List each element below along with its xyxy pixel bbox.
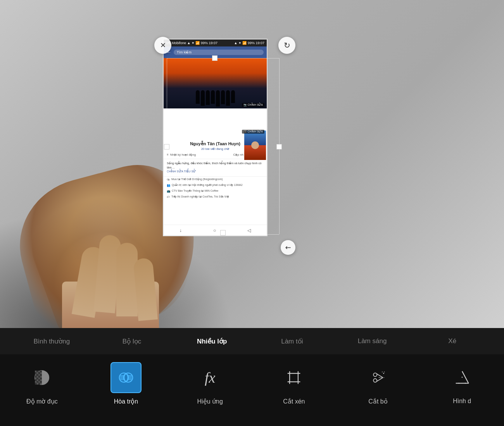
svg-line-59 — [376, 378, 383, 381]
filter-bar: Bình thường Bộ lọc Nhiều lớp Làm tối Làm… — [0, 328, 504, 354]
crop-label: Cắt xén — [283, 398, 305, 405]
tag-icon: 🏷 — [167, 195, 170, 199]
status-icons: ▲ ✦ 📶 99% 19:07 — [234, 41, 264, 45]
svg-rect-26 — [35, 381, 37, 383]
info-text-4: Tiếp thị Doanh nghiệp tại CoolTea, Trà S… — [171, 195, 229, 198]
crop-icon — [286, 370, 302, 385]
svg-line-58 — [376, 374, 383, 378]
svg-point-61 — [383, 373, 384, 374]
info-item-3: 📺 CTV Bán Truyền Thông tại MIN Coffee — [164, 188, 267, 194]
close-button[interactable]: ✕ — [154, 37, 171, 54]
svg-rect-22 — [35, 380, 37, 381]
svg-rect-3 — [37, 371, 39, 373]
svg-rect-9 — [40, 372, 42, 374]
nav-recent: ◁ — [247, 228, 251, 233]
svg-rect-19 — [37, 378, 39, 380]
info-text-3: CTV Bán Truyền Thông tại MIN Coffee — [172, 189, 218, 192]
svg-rect-31 — [37, 383, 39, 385]
blend-icon-wrap — [110, 362, 142, 393]
tool-fx[interactable]: fx Hiệu ứng — [168, 362, 252, 409]
rotate-button[interactable]: ↻ — [278, 37, 295, 54]
cutout-icon — [370, 370, 386, 385]
crop-handle-right-center[interactable] — [276, 144, 282, 149]
info-item-4: 🏷 Tiếp thị Doanh nghiệp tại CoolTea, Trà… — [164, 194, 267, 200]
svg-rect-24 — [38, 380, 40, 381]
svg-rect-30 — [35, 383, 37, 385]
info-text-2: Quản trị viên tại Hội những người phát c… — [172, 184, 243, 187]
profile-pic — [243, 130, 267, 161]
svg-rect-20 — [38, 378, 40, 380]
phone-nav-bar: ↓ ○ ◁ — [164, 225, 267, 235]
filter-xe[interactable]: Xé — [412, 334, 492, 348]
filter-boloc-label: Bộ lọc — [123, 338, 141, 345]
nav-home: ○ — [213, 228, 216, 233]
svg-rect-33 — [40, 383, 42, 385]
svg-rect-47 — [290, 373, 298, 382]
crop-handle-bottom-center[interactable] — [220, 230, 226, 235]
chinh-sua-badge-2: 🎬 CHỈNH SỬA — [242, 130, 264, 134]
filter-boloc[interactable]: Bộ lọc — [92, 334, 172, 349]
filter-lamsang-label: Làm sáng — [358, 337, 387, 345]
svg-rect-16 — [38, 376, 40, 378]
search-placeholder: Tìm kiếm — [177, 50, 192, 54]
svg-rect-18 — [35, 378, 37, 380]
filter-nhieulop[interactable]: Nhiều lớp — [172, 334, 252, 349]
crop-line-top — [167, 58, 279, 58]
crop-handle-top-center[interactable] — [212, 55, 217, 61]
nav-back: ↓ — [180, 228, 182, 233]
svg-rect-27 — [37, 381, 39, 383]
filter-lamtoi[interactable]: Làm tối — [252, 334, 332, 349]
filter-normal[interactable]: Bình thường — [12, 334, 92, 349]
tool-blend[interactable]: Hòa trộn — [84, 362, 168, 409]
filter-lamsang[interactable]: Làm sáng — [332, 334, 413, 348]
svg-rect-14 — [35, 376, 37, 378]
fx-icon-wrap: fx — [195, 362, 226, 393]
close-icon: ✕ — [160, 41, 166, 50]
info-item-1: 🛍 Mua tại Thế Giới Di Động (thegioidingc… — [164, 177, 267, 182]
filter-xe-label: Xé — [448, 337, 456, 345]
tool-crop[interactable]: Cắt xén — [252, 362, 336, 409]
scale-button[interactable]: ↙ — [281, 240, 295, 255]
rotate-icon: ↻ — [284, 41, 290, 50]
tools-bar: Độ mờ đục — [0, 354, 504, 426]
chinh-sua-tieu-su: CHỈNH SỬA TIỂU SỬ — [167, 170, 264, 174]
shop-icon: 🛍 — [167, 178, 170, 181]
tool-cutout[interactable]: Cắt bỏ — [336, 362, 420, 409]
activity-log: Nhật ký hoạt động — [170, 153, 196, 156]
svg-point-57 — [373, 379, 377, 382]
opacity-label: Độ mờ đục — [26, 398, 58, 405]
head — [251, 141, 259, 149]
svg-point-56 — [373, 373, 377, 376]
cutout-icon-wrap — [362, 362, 394, 393]
svg-rect-2 — [35, 371, 37, 373]
bio-text: Sống ngẫu hứng, đều khóc thầm, thích hổn… — [167, 161, 264, 170]
blend-label: Hòa trộn — [114, 398, 138, 405]
svg-rect-15 — [37, 376, 39, 378]
profile-pic-wrap — [164, 93, 267, 124]
svg-point-64 — [458, 383, 459, 384]
svg-rect-6 — [35, 372, 37, 374]
canvas-area: VN Mobifone ▲ ✦ 📶 99% 19:07 ▲ ✦ 📶 99% 19… — [0, 0, 504, 328]
app-container: VN Mobifone ▲ ✦ 📶 99% 19:07 ▲ ✦ 📶 99% 19… — [0, 0, 504, 426]
tv-icon: 📺 — [167, 189, 170, 193]
status-carrier: VN Mobifone ▲ ✦ 📶 99% 19:07 — [166, 41, 217, 45]
svg-rect-12 — [38, 374, 40, 376]
svg-rect-32 — [38, 383, 40, 385]
svg-rect-28 — [38, 381, 40, 383]
svg-point-36 — [124, 374, 128, 381]
svg-rect-13 — [40, 374, 42, 376]
cutout-label: Cắt bỏ — [368, 398, 387, 405]
phone-status-bar: VN Mobifone ▲ ✦ 📶 99% 19:07 ▲ ✦ 📶 99% 19… — [164, 40, 267, 46]
profile-section: 🎬 CHỈNH SỬA — [164, 93, 267, 124]
opacity-icon — [34, 370, 50, 385]
svg-point-63 — [384, 372, 385, 373]
crop-handle-left-center[interactable] — [164, 144, 169, 149]
tool-opacity[interactable]: Độ mờ đục — [0, 362, 84, 409]
svg-rect-5 — [40, 371, 42, 373]
filter-normal-label: Bình thường — [33, 338, 70, 345]
svg-rect-11 — [37, 374, 39, 376]
shape-icon — [454, 370, 470, 385]
svg-point-62 — [382, 372, 383, 373]
tool-shape[interactable]: Hình d — [420, 362, 504, 409]
svg-rect-10 — [35, 374, 37, 376]
